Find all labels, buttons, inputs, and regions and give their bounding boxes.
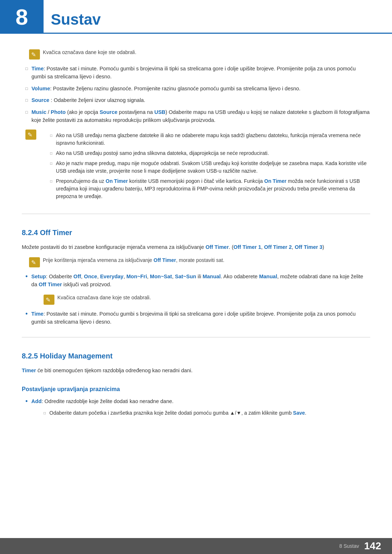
time-bullet-list: Time: Postavite sat i minute. Pomoću gum… [22,310,370,326]
note-row-824b: Kvačica označava dane koje ste odabrali. [44,294,370,305]
list-item-volume: Volume: Postavite željenu razinu glasnoć… [22,85,370,93]
sub-note-text-2: Ako na USB uređaju postoji samo jedna sl… [56,149,269,157]
comma2: , [97,274,100,279]
comma5: , [172,274,175,279]
note-icon-2 [25,130,36,140]
setup-everyday: Everyday [100,274,124,279]
music-photo-pre: (ako je opcija [66,109,100,115]
add-bullet-list: Add: Odredite razdoblje koje želite doda… [22,397,370,406]
sub-note-text-4: Preporučujemo da uz On Timer koristite U… [56,177,370,200]
section-825-heading: 8.2.5 Holiday Management [22,350,370,361]
setup-bullet-list: Setup: Odaberite Off, Once, Everyday, Mo… [22,272,370,289]
time-item-text-824: Time: Postavite sat i minute. Pomoću gum… [31,310,370,326]
note-icon-1 [29,49,40,59]
chapter-number: 8 [16,0,28,34]
setup-monfri: Mon~Fri [126,274,147,279]
time-label-824: Time [31,311,44,317]
sub-note-item-3: Ako je naziv mape predug, mapu nije mogu… [50,160,370,175]
time-bullet-item: Time: Postavite sat i minute. Pomoću gum… [22,310,370,326]
time-description: : Postavite sat i minute. Pomoću gumbi s… [32,66,356,79]
add-bullet-item: Add: Odredite razdoblje koje želite doda… [22,397,370,406]
time-item-text: Time: Postavite sat i minute. Pomoću gum… [32,65,370,81]
setup-satsun: Sat~Sun [175,274,196,279]
source-description: : Odaberite željeni izvor ulaznog signal… [49,97,145,103]
main-bullet-list: Time: Postavite sat i minute. Pomoću gum… [22,65,370,124]
footer-text: 8 Sustav [339,542,359,550]
music-photo-mid: postavljena na [118,109,155,115]
photo-label: Photo [51,109,66,115]
off-timer-1-ref: Off Timer 1 [233,244,261,250]
setup-item-text: Setup: Odaberite Off, Once, Everyday, Mo… [31,272,370,289]
sub-notes-content: Ako na USB uređaju nema glazbene datotek… [43,130,370,203]
section-825-paragraph: Timer će biti onemogućen tijekom razdobl… [22,366,370,375]
section-824-heading: 8.2.4 Off Timer [22,227,370,238]
footer-number: 142 [364,538,381,554]
setup-bullet-item: Setup: Odaberite Off, Once, Everyday, Mo… [22,272,370,289]
chapter-number-block: 8 [0,0,44,34]
off-timer-2-ref: Off Timer 2 [264,244,292,250]
list-item-source: Source : Odaberite željeni izvor ulaznog… [22,96,370,104]
setup-label: Setup [31,274,46,279]
note-row-1: Kvačica označava dane koje ste odabrali. [29,49,370,59]
add-item-text: Add: Odredite razdoblje koje želite doda… [31,397,173,405]
off-timer-note-ref: Off Timer [154,257,176,263]
volume-label: Volume [32,86,50,91]
note-text-1: Kvačica označava dane koje ste odabrali. [43,49,136,56]
postavljanje-heading: Postavljanje upravljanja praznicima [22,385,370,394]
music-label: Music [32,109,46,115]
setup-desc: . Ako odaberete [221,274,259,279]
setup-manual: Manual [203,274,221,279]
note-text-824b: Kvačica označava dane koje ste odabrali. [57,294,151,301]
sub-note-text-1: Ako na USB uređaju nema glazbene datotek… [56,132,370,147]
top-line-divider [0,33,392,34]
volume-description: : Postavite željenu razinu glasnoće. Pro… [50,86,301,91]
setup-monsat: Mon~Sat [150,274,172,279]
add-label: Add [31,398,41,404]
volume-item-text: Volume: Postavite željenu razinu glasnoć… [32,85,301,93]
source-ref: Source [99,109,117,115]
note-icon-824b [44,295,54,305]
setup-desc3: isključi vaš proizvod. [62,282,111,287]
chapter-title: Sustav [51,8,101,31]
ili: ili [196,274,203,279]
note-row-824: Prije korištenja mjerača vremena za iskl… [29,257,370,267]
setup-manual-ref: Manual [259,274,277,279]
on-timer-ref-2: On Timer [264,178,286,184]
slash-sep: / [46,109,51,115]
source-item-text: Source : Odaberite željeni izvor ulaznog… [32,96,146,104]
note-text-824: Prije korištenja mjerača vremena za iskl… [43,257,224,264]
add-sub-item: Odaberite datum početka i završetka praz… [44,409,370,417]
timer-ref: Timer [22,368,36,373]
footer: 8 Sustav 142 [0,538,392,554]
add-sub-bullet-list: Odaberite datum početka i završetka praz… [44,409,370,417]
sub-note-item-1: Ako na USB uređaju nema glazbene datotek… [50,132,370,147]
on-timer-ref-1: On Timer [106,178,128,184]
sub-note-list: Ako na USB uređaju nema glazbene datotek… [50,132,370,200]
source-label: Source [32,97,49,103]
off-timer-setup-ref: Off Timer [38,282,62,287]
comma4: , [147,274,150,279]
sub-note-item-2: Ako na USB uređaju postoji samo jedna sl… [50,149,370,157]
save-ref: Save [293,410,305,416]
section-divider-1 [22,214,370,214]
sub-note-item-4: Preporučujemo da uz On Timer koristite U… [50,177,370,200]
usb-ref: USB [154,109,166,115]
setup-once: Once [84,274,97,279]
time-label: Time [32,66,44,71]
add-sub-text: Odaberite datum početka i završetka praz… [49,409,306,417]
add-desc: : Odredite razdoblje koje želite dodati … [42,398,174,404]
list-item-time: Time: Postavite sat i minute. Pomoću gum… [22,65,370,81]
section-824-paragraph: Možete postaviti do tri zasebne konfigur… [22,243,370,251]
main-content: Kvačica označava dane koje ste odabrali.… [0,36,392,449]
off-timer-3-ref: Off Timer 3 [295,244,322,250]
sub-notes-block: Ako na USB uređaju nema glazbene datotek… [25,130,370,203]
setup-off: Off [73,274,81,279]
sub-note-text-3: Ako je naziv mape predug, mapu nije mogu… [56,160,370,175]
note-icon-824 [29,257,40,267]
section-divider-2 [22,337,370,337]
time-desc-824: : Postavite sat i minute. Pomoću gumbi s… [31,311,356,325]
list-item-music-photo: Music / Photo (ako je opcija Source post… [22,108,370,124]
setup-colon: : Odaberite [46,274,74,279]
off-timer-ref: Off Timer [205,244,229,250]
music-photo-item-text: Music / Photo (ako je opcija Source post… [32,108,370,124]
